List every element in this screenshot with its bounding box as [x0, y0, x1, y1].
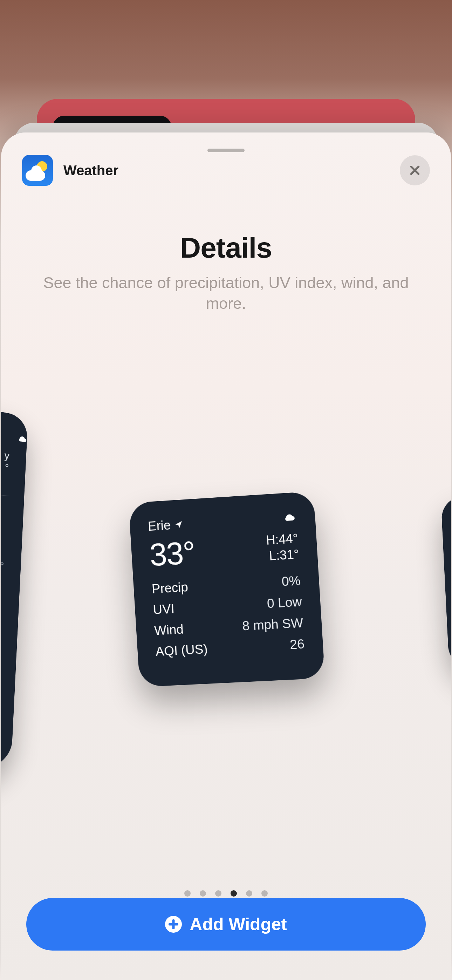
page-dot[interactable]	[231, 890, 237, 897]
page-dot[interactable]	[246, 890, 252, 897]
widget-preview-prev[interactable]: y ° ° °	[1, 380, 28, 806]
plus-circle-icon	[165, 916, 182, 933]
widget-row-value: 26	[290, 637, 305, 652]
add-widget-label: Add Widget	[189, 914, 286, 934]
widget-row-label: UVI	[153, 601, 175, 617]
widget-details-grid: Precip 0% UVI 0 Low Wind 8 mph SW AQI (U…	[151, 567, 305, 659]
widget-picker-sheet: Weather Details See the chance of precip…	[1, 132, 451, 980]
widget-carousel[interactable]: y ° ° ° Erie 33°	[1, 399, 451, 662]
widget-row-value: 0 Low	[267, 595, 302, 611]
page-indicator[interactable]	[1, 890, 451, 897]
page-dot[interactable]	[200, 890, 206, 897]
widget-row-label: Precip	[151, 580, 188, 597]
widget-location-text: Erie	[148, 518, 171, 534]
page-dot[interactable]	[261, 890, 268, 897]
widget-preview-next[interactable]	[441, 480, 451, 688]
location-arrow-icon	[174, 520, 183, 529]
widget-temperature: 33°	[148, 537, 196, 571]
page-title: Details	[1, 231, 451, 264]
widget-row-label: AQI (US)	[155, 642, 208, 659]
page-dot[interactable]	[184, 890, 191, 897]
add-widget-button[interactable]: Add Widget	[26, 898, 426, 951]
widget-low: L:31°	[267, 546, 299, 564]
widget-row-value: 0%	[282, 573, 301, 589]
page-subtitle: See the chance of precipitation, UV inde…	[25, 273, 427, 314]
sheet-grabber[interactable]	[207, 149, 245, 152]
widget-high-low: H:44° L:31°	[266, 530, 299, 564]
widget-high: H:44°	[266, 530, 299, 548]
close-icon	[409, 164, 421, 177]
app-name-label: Weather	[64, 162, 118, 178]
weather-app-icon	[22, 155, 53, 186]
widget-location: Erie	[148, 517, 184, 534]
sheet-header: Weather	[22, 155, 430, 186]
page-dot[interactable]	[215, 890, 221, 897]
cloud-icon	[282, 511, 297, 522]
cloud-icon	[17, 433, 28, 445]
close-button[interactable]	[400, 155, 430, 185]
widget-preview-current[interactable]: Erie 33° H:44° L:31° Precip	[129, 491, 325, 687]
widget-row-label: Wind	[154, 622, 184, 638]
